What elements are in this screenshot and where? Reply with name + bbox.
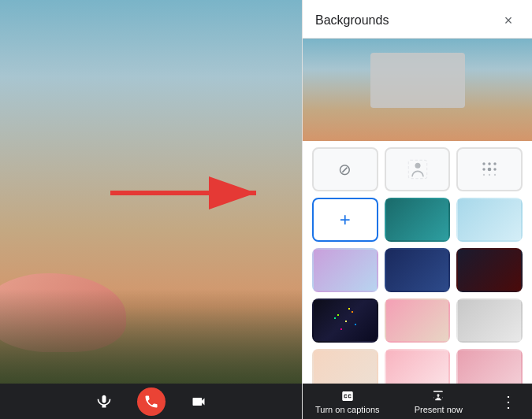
- svg-point-8: [488, 168, 492, 172]
- end-call-button[interactable]: [137, 387, 166, 416]
- close-button[interactable]: ×: [497, 9, 519, 32]
- grid-row: [312, 349, 523, 384]
- no-background-option[interactable]: ⊘: [312, 147, 378, 191]
- grid-row: ⊘: [312, 147, 523, 191]
- cherry-background-option[interactable]: [456, 349, 523, 384]
- add-icon: +: [340, 209, 351, 231]
- svg-point-4: [482, 162, 485, 165]
- backgrounds-grid: ⊘: [303, 141, 532, 384]
- grid-row: [312, 298, 523, 343]
- more-options-button[interactable]: ⋮: [497, 392, 519, 411]
- panel-header: Backgrounds ×: [303, 0, 532, 39]
- flowers-background-option[interactable]: [385, 298, 451, 343]
- camera-button[interactable]: [184, 387, 213, 416]
- grid-row: [312, 248, 523, 292]
- captions-button[interactable]: Turn on captions: [315, 389, 380, 414]
- present-icon: [431, 389, 445, 403]
- fireworks-background-option[interactable]: [312, 298, 378, 343]
- svg-point-11: [489, 174, 490, 176]
- teal-background-option[interactable]: [385, 198, 451, 242]
- svg-point-12: [494, 174, 496, 176]
- grid-row: Use image from disk +: [312, 198, 523, 242]
- mic-button[interactable]: [90, 387, 118, 416]
- backgrounds-panel: Backgrounds × ⊘: [302, 0, 532, 419]
- blur-dots-icon: [478, 158, 500, 180]
- background-preview: [303, 39, 532, 141]
- svg-point-9: [493, 168, 497, 171]
- captions-icon: [340, 389, 355, 403]
- red-background-option[interactable]: [456, 248, 523, 292]
- svg-point-7: [482, 168, 485, 171]
- svg-rect-3: [408, 160, 426, 178]
- panel-bottom-bar: Turn on captions Present now ⋮: [303, 384, 532, 419]
- marble-background-option[interactable]: [456, 298, 523, 343]
- present-button[interactable]: Present now: [415, 389, 463, 414]
- svg-point-2: [415, 163, 420, 169]
- preview-blur-overlay: [370, 53, 465, 108]
- purple-background-option[interactable]: [312, 248, 378, 292]
- svg-point-10: [483, 174, 485, 176]
- call-toolbar: [0, 384, 302, 419]
- captions-label: Turn on captions: [315, 405, 380, 414]
- sky-background-option[interactable]: [456, 198, 523, 242]
- panel-title: Backgrounds: [315, 13, 389, 28]
- svg-point-5: [488, 162, 491, 165]
- present-label: Present now: [415, 405, 463, 414]
- pointer-arrow: [110, 169, 268, 217]
- no-bg-icon: ⊘: [338, 160, 352, 179]
- person-blur-icon: [407, 158, 429, 180]
- video-decoration: [0, 273, 126, 352]
- svg-point-6: [493, 162, 497, 165]
- blur-portrait-option[interactable]: [385, 147, 451, 191]
- navy-background-option[interactable]: [385, 248, 451, 292]
- peach-background-option[interactable]: [312, 349, 378, 384]
- pink-dots-background-option[interactable]: [385, 349, 451, 384]
- add-image-button[interactable]: Use image from disk +: [312, 198, 378, 242]
- blur-dots-option[interactable]: [456, 147, 523, 191]
